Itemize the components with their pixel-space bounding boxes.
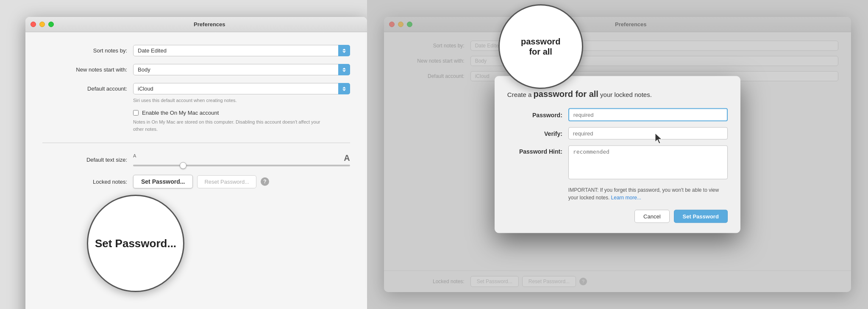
left-window-title: Preferences <box>57 21 362 28</box>
text-size-small-label: A <box>133 153 136 163</box>
zoom-circle-right: passwordfor all <box>498 4 583 89</box>
enable-on-mac-checkbox[interactable] <box>133 110 139 116</box>
divider <box>42 143 350 143</box>
set-password-button[interactable]: Set Password... <box>133 175 193 188</box>
dialog-title: Create a password for all your locked no… <box>507 88 728 100</box>
new-notes-select[interactable]: Body <box>133 64 350 75</box>
enable-on-mac-description: Notes in On My Mac are stored on this co… <box>133 119 328 132</box>
minimize-button[interactable] <box>39 22 45 27</box>
text-size-label: Default text size: <box>42 157 127 163</box>
password-hint-label: Password Hint: <box>507 146 562 155</box>
password-input[interactable] <box>568 108 728 121</box>
password-hint-area: Password Hint: <box>507 146 728 179</box>
password-field-row: Password: <box>507 108 728 121</box>
zoom-circle-left: Set Password... <box>87 195 184 292</box>
text-size-slider[interactable] <box>133 165 350 166</box>
learn-more-link[interactable]: Learn more... <box>611 195 641 201</box>
set-password-dialog: Create a password for all your locked no… <box>495 76 740 233</box>
dialog-title-prefix: Create a <box>507 91 534 98</box>
set-password-dialog-button[interactable]: Set Password <box>674 210 728 223</box>
dialog-title-suffix: your locked notes. <box>598 91 652 98</box>
default-account-select-wrapper: iCloud <box>133 83 350 94</box>
slider-container: A A <box>133 153 350 166</box>
new-notes-row: New notes start with: Body <box>42 64 350 75</box>
default-account-row: Default account: iCloud <box>42 83 350 94</box>
sort-notes-row: Sort notes by: Date Edited <box>42 45 350 56</box>
left-panel-content: Sort notes by: Date Edited New notes sta… <box>25 32 367 309</box>
reset-password-button[interactable]: Reset Password... <box>197 175 256 188</box>
dialog-buttons: Cancel Set Password <box>507 210 728 223</box>
password-field-label: Password: <box>507 111 562 118</box>
text-size-row: Default text size: A A <box>42 153 350 166</box>
verify-field-row: Verify: <box>507 127 728 140</box>
default-account-select[interactable]: iCloud <box>133 83 350 94</box>
text-size-large-label: A <box>344 153 350 163</box>
siri-hint-text: Siri uses this default account when crea… <box>133 98 350 103</box>
left-preferences-window: Preferences Sort notes by: Date Edited N… <box>25 17 367 309</box>
zoom-circle-right-text: passwordfor all <box>521 36 560 57</box>
left-titlebar: Preferences <box>25 17 367 32</box>
verify-input[interactable] <box>568 127 728 140</box>
sort-notes-select[interactable]: Date Edited <box>133 45 350 56</box>
enable-on-mac-row: Enable the On My Mac account <box>133 110 350 116</box>
dialog-title-bold: password for all <box>534 89 598 99</box>
new-notes-select-wrapper: Body <box>133 64 350 75</box>
maximize-button[interactable] <box>48 22 54 27</box>
cancel-button[interactable]: Cancel <box>634 210 669 223</box>
sort-notes-select-wrapper: Date Edited <box>133 45 350 56</box>
warning-text: IMPORTANT: If you forget this password, … <box>568 187 719 201</box>
locked-notes-label: Locked notes: <box>42 179 127 185</box>
dialog-warning: IMPORTANT: If you forget this password, … <box>568 186 728 201</box>
help-icon[interactable]: ? <box>261 177 269 186</box>
slider-labels: A A <box>133 153 350 163</box>
new-notes-label: New notes start with: <box>42 66 127 73</box>
locked-notes-row: Locked notes: Set Password... Reset Pass… <box>42 175 350 188</box>
password-hint-input[interactable] <box>568 146 728 179</box>
enable-on-mac-label: Enable the On My Mac account <box>142 110 219 116</box>
close-button[interactable] <box>31 22 36 27</box>
sort-notes-label: Sort notes by: <box>42 47 127 54</box>
default-account-label: Default account: <box>42 86 127 92</box>
verify-field-label: Verify: <box>507 130 562 137</box>
right-panel: Preferences Sort notes by: Date Edited N… <box>367 0 868 309</box>
zoom-circle-left-text: Set Password... <box>95 237 176 250</box>
